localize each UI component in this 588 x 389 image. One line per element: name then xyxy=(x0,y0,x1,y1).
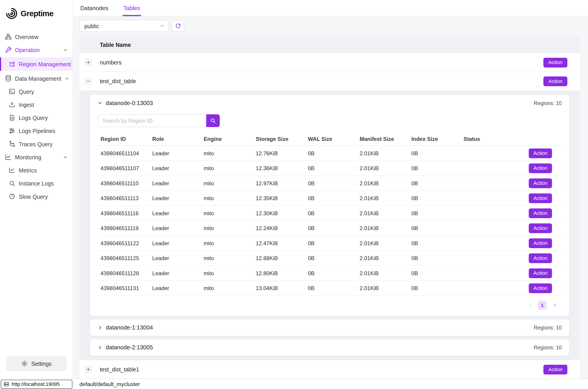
region-action-button[interactable]: Action xyxy=(529,238,552,248)
sidebar-item-logs-pipelines[interactable]: Logs Pipelines xyxy=(0,125,73,137)
region-cell-index-size: 0B xyxy=(411,210,463,216)
refresh-button[interactable] xyxy=(172,20,184,32)
sidebar-item-ingest[interactable]: Ingest xyxy=(0,99,73,110)
region-cell-storage-size: 12.88KiB xyxy=(256,255,308,261)
sidebar-item-operation[interactable]: Operation xyxy=(0,44,73,55)
region-row: 4398046511110Leadermito12.97KiB0B2.01KiB… xyxy=(98,176,562,191)
endpoint-url-box[interactable]: http://localhost:19095 xyxy=(1,380,72,389)
page-button-1[interactable]: 1 xyxy=(538,301,547,310)
region-cell-role: Leader xyxy=(152,225,204,231)
region-action-button[interactable]: Action xyxy=(529,283,552,293)
gauge-icon xyxy=(9,193,15,200)
region-cell-index-size: 0B xyxy=(411,240,463,246)
sidebar-item-traces-query[interactable]: Traces Query xyxy=(0,138,73,150)
region-search-input[interactable] xyxy=(98,114,206,127)
region-action-button[interactable]: Action xyxy=(529,223,552,233)
region-row: 4398046511104Leadermito12.76KiB0B2.01KiB… xyxy=(98,146,562,161)
sidebar-item-label: Operation xyxy=(15,47,40,53)
region-action-cell: Action xyxy=(521,268,562,278)
region-action-button[interactable]: Action xyxy=(529,193,552,203)
region-row: 4398046511113Leadermito12.35KiB0B2.01KiB… xyxy=(98,191,562,206)
search-button[interactable] xyxy=(206,114,220,127)
table-action-button[interactable]: Action xyxy=(544,76,567,86)
sidebar-item-overview[interactable]: Overview xyxy=(0,31,73,42)
region-cell-role: Leader xyxy=(152,165,204,171)
brand-logo[interactable]: Greptime xyxy=(0,3,73,24)
region-cell-region-id: 4398046511113 xyxy=(100,195,152,201)
region-cell-storage-size: 12.80KiB xyxy=(256,270,308,276)
chevron-down-icon xyxy=(98,100,102,106)
sidebar-item-data-management[interactable]: Data Management xyxy=(0,73,73,84)
region-action-button[interactable]: Action xyxy=(529,208,552,218)
region-cell-engine: mito xyxy=(204,165,256,171)
expand-row-button[interactable] xyxy=(85,59,92,65)
settings-button[interactable]: Settings xyxy=(6,356,67,371)
region-cell-index-size: 0B xyxy=(411,180,463,186)
sidebar-item-query[interactable]: Query xyxy=(0,86,73,97)
region-cell-region-id: 4398046511119 xyxy=(100,225,152,231)
column-index-size: Index Size xyxy=(411,136,463,142)
app-window: Greptime Overview Operation xyxy=(0,0,588,389)
schema-select[interactable]: public xyxy=(80,20,169,32)
region-cell-index-size: 0B xyxy=(411,150,463,156)
next-page-button[interactable] xyxy=(551,301,559,309)
gear-icon xyxy=(21,360,28,367)
column-role: Role xyxy=(152,136,204,142)
region-cell-region-id: 4398046511131 xyxy=(100,285,152,291)
region-row: 4398046511122Leadermito12.47KiB0B2.01KiB… xyxy=(98,236,562,251)
sidebar-item-monitoring[interactable]: Monitoring xyxy=(0,151,73,163)
sidebar-item-slow-query[interactable]: Slow Query xyxy=(0,191,73,202)
region-cell-index-size: 0B xyxy=(411,285,463,291)
tab-datanodes[interactable]: Datanodes xyxy=(80,0,109,16)
column-engine: Engine xyxy=(204,136,256,142)
region-action-cell: Action xyxy=(521,223,562,233)
region-search-row xyxy=(98,114,562,127)
datanode-card-0: datanode-0:13003 Regions: 10 xyxy=(90,95,569,316)
region-cell-index-size: 0B xyxy=(411,195,463,201)
region-action-button[interactable]: Action xyxy=(529,268,552,278)
sidebar-item-metrics[interactable]: Metrics xyxy=(0,164,73,176)
collapse-row-button[interactable] xyxy=(85,78,92,84)
tab-tables[interactable]: Tables xyxy=(123,0,141,16)
region-cell-region-id: 4398046511104 xyxy=(100,150,152,156)
sidebar-item-logs-query[interactable]: Logs Query xyxy=(0,112,73,123)
region-action-cell: Action xyxy=(521,283,562,293)
datanode-title: datanode-0:13003 xyxy=(106,100,153,106)
region-cell-storage-size: 12.47KiB xyxy=(256,240,308,246)
region-action-button[interactable]: Action xyxy=(529,148,552,158)
region-cell-wal-size: 0B xyxy=(308,210,360,216)
column-wal-size: WAL Size xyxy=(308,136,360,142)
region-action-button[interactable]: Action xyxy=(529,163,552,173)
region-management-icon xyxy=(9,61,15,67)
region-cell-role: Leader xyxy=(152,255,204,261)
sidebar-item-label: Monitoring xyxy=(15,154,41,160)
region-action-cell: Action xyxy=(521,208,562,218)
table-action-button[interactable]: Action xyxy=(544,365,567,374)
table-action-button[interactable]: Action xyxy=(544,58,567,67)
region-cell-region-id: 4398046511128 xyxy=(100,270,152,276)
endpoint-url: http://localhost:19095 xyxy=(12,381,60,387)
regions-count: Regions: 10 xyxy=(534,345,562,351)
schema-select-value: public xyxy=(84,23,99,29)
cluster-name: default/default_mycluster xyxy=(80,381,140,387)
region-action-cell: Action xyxy=(521,253,562,263)
datanode-2-header[interactable]: datanode-2:13005 Regions: 10 xyxy=(90,339,569,356)
expand-row-button[interactable] xyxy=(85,366,92,373)
table-name-column-header: Table Name xyxy=(100,42,131,48)
datanode-1-header[interactable]: datanode-1:13004 Regions: 10 xyxy=(90,319,569,336)
region-cell-manifest-size: 2.01KiB xyxy=(359,285,411,291)
region-action-button[interactable]: Action xyxy=(529,253,552,263)
datanode-0-header[interactable]: datanode-0:13003 Regions: 10 xyxy=(90,95,569,111)
region-cell-region-id: 4398046511116 xyxy=(100,210,152,216)
server-icon xyxy=(4,381,9,387)
sidebar-item-instance-logs[interactable]: Instance Logs xyxy=(0,178,73,189)
toolbar: public xyxy=(80,20,580,32)
sidebar-item-region-management[interactable]: Region Management xyxy=(0,57,73,71)
region-row: 4398046511107Leadermito12.36KiB0B2.01KiB… xyxy=(98,161,562,176)
regions-count: Regions: 10 xyxy=(534,100,562,106)
tables-card: Table Name numbers Action test_dist_ xyxy=(80,36,580,379)
region-action-button[interactable]: Action xyxy=(529,178,552,188)
prev-page-button[interactable] xyxy=(526,301,534,309)
expanded-region-panel: datanode-0:13003 Regions: 10 xyxy=(80,91,580,360)
datanode-title: datanode-1:13004 xyxy=(106,324,153,331)
